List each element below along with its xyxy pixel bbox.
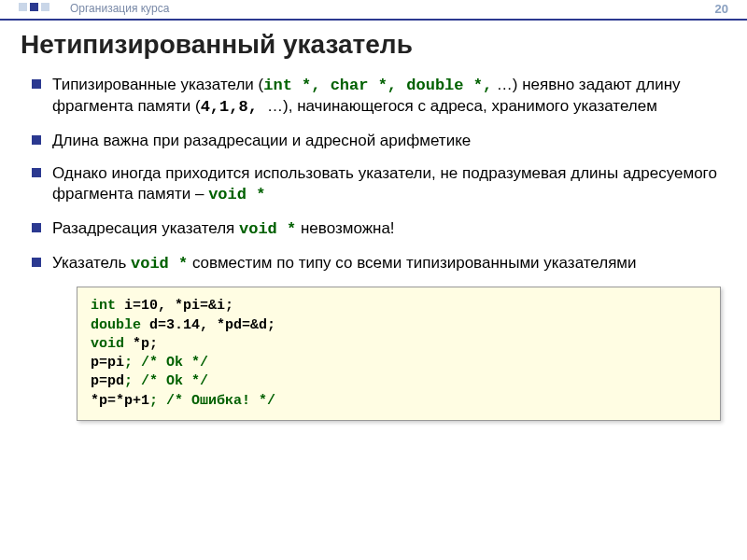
- bullet-text: Указатель: [52, 254, 131, 272]
- code-line: double d=3.14, *pd=&d;: [91, 316, 707, 335]
- bullet-text: …), начинающегося с адреса, хранимого ук…: [267, 97, 657, 115]
- header-bar: Организация курса 20: [0, 0, 747, 21]
- header-bullet: [30, 3, 38, 11]
- header-bullet: [41, 3, 49, 11]
- code-line: *p=*p+1; /* Ошибка! */: [91, 392, 707, 411]
- bullet-text: Однако иногда приходится использовать ук…: [52, 164, 717, 203]
- bullet-text: невозможна!: [296, 219, 394, 237]
- code-line: p=pd; /* Ok */: [91, 372, 707, 391]
- inline-code: int *, char *, double *,: [263, 77, 492, 94]
- content-area: Типизированные указатели (int *, char *,…: [0, 75, 747, 421]
- bullet-list: Типизированные указатели (int *, char *,…: [28, 75, 719, 273]
- header-bullet: [19, 3, 27, 11]
- bullet-item: Разадресация указателя void * невозможна…: [28, 218, 719, 240]
- inline-code: void *: [131, 255, 188, 273]
- bullet-item: Длина важна при разадресации и адресной …: [28, 131, 719, 151]
- header-bullets: [19, 3, 49, 11]
- code-line: int i=10, *pi=&i;: [91, 297, 707, 315]
- inline-code: 4,1,8,: [201, 98, 267, 116]
- bullet-item: Типизированные указатели (int *, char *,…: [28, 75, 719, 118]
- bullet-item: Однако иногда приходится использовать ук…: [28, 163, 719, 205]
- page-number: 20: [715, 2, 728, 16]
- bullet-text: совместим по типу со всеми типизированны…: [188, 254, 636, 272]
- bullet-item: Указатель void * совместим по типу со вс…: [28, 253, 719, 274]
- code-line: p=pi; /* Ok */: [91, 354, 707, 372]
- inline-code: void *: [239, 220, 296, 238]
- bullet-text: Типизированные указатели (: [52, 76, 263, 93]
- inline-code: void *: [208, 186, 265, 203]
- slide-title: Нетипизированный указатель: [21, 30, 747, 60]
- code-line: void *p;: [91, 335, 707, 354]
- code-block: int i=10, *pi=&i; double d=3.14, *pd=&d;…: [77, 287, 721, 421]
- bullet-text: Разадресация указателя: [52, 219, 239, 237]
- breadcrumb: Организация курса: [70, 2, 169, 15]
- bullet-text: Длина важна при разадресации и адресной …: [52, 132, 471, 149]
